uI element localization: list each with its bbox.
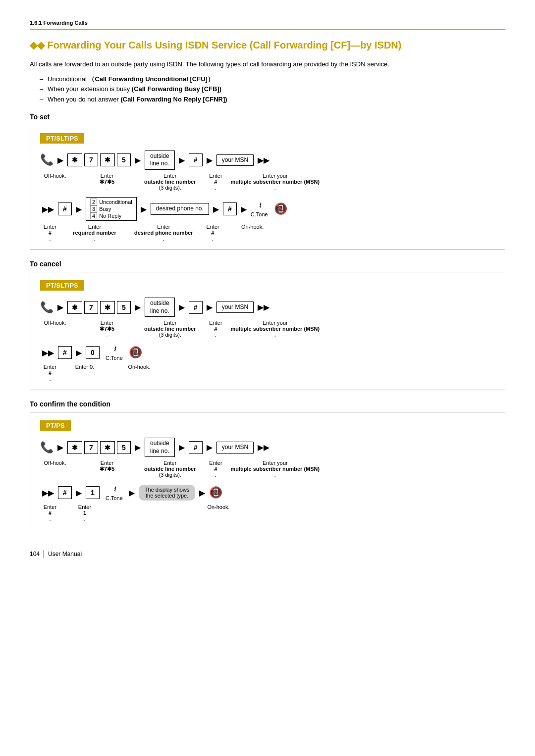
cf-your-msn: your MSN	[216, 442, 254, 454]
c-arrow3: ▶	[179, 302, 185, 312]
confirm-flow-row1: 📞 ▶ ✱ 7 ✱ 5 ▶ outsideline no. ▶ # ▶ your…	[40, 438, 495, 457]
seven-key-1: 7	[84, 153, 98, 166]
c-arrow4: ▶	[207, 302, 213, 312]
diamond-icons: ◆◆	[30, 40, 45, 50]
label-enter-hash3: Enter #.	[198, 224, 228, 242]
offhook-icon: 📞	[40, 153, 54, 166]
cf-label-hash2: Enter #.	[40, 504, 60, 522]
bullet-3: When you do not answer (Call Forwarding …	[40, 95, 505, 105]
c-label-hash: Enter #.	[201, 320, 231, 338]
cf-label-enter1: Enter 1.	[65, 504, 105, 522]
onhook-icon-1: 📵	[274, 202, 287, 215]
to-confirm-label: To confirm the condition	[30, 400, 505, 408]
footer-divider	[44, 550, 44, 558]
label-enter-hash1: Enter #.	[201, 173, 231, 191]
cf-arrow4: ▶	[207, 443, 213, 452]
main-title: ◆◆ Forwarding Your Calls Using ISDN Serv…	[30, 39, 505, 51]
c-hash-1: #	[189, 301, 203, 314]
label-enter-msn: Enter your multiple subscriber number (M…	[231, 173, 320, 191]
c-label-offhook: Off-hook.	[40, 320, 70, 326]
label-enter-star75: Enter ✱7✱5.	[80, 173, 134, 191]
bullet-2: When your extension is busy (Call Forwar…	[40, 84, 505, 95]
cancel-flow-row2: ▶▶ # ▶ 0 𝄽 C.Tone 📵	[40, 344, 495, 361]
breadcrumb: 1.6.1 Forwarding Calls	[30, 20, 505, 26]
onhook-icon-2: 📵	[129, 346, 142, 359]
label-enter-required: Enter required number.	[65, 224, 124, 242]
cf-outside-line: outsideline no.	[145, 438, 175, 457]
ctone-group-2: 𝄽 C.Tone	[106, 344, 123, 361]
to-cancel-label: To cancel	[30, 260, 505, 268]
to-confirm-section: To confirm the condition PT/PS 📞 ▶ ✱ 7 ✱…	[30, 400, 505, 530]
cf-dbl-arrow1: ▶▶	[258, 443, 269, 452]
arrow1: ▶	[57, 155, 63, 165]
to-cancel-box: PT/SLT/PS 📞 ▶ ✱ 7 ✱ 5 ▶ outsideline no. …	[30, 272, 505, 390]
set-flow-row1: 📞 ▶ ✱ 7 ✱ 5 ▶ outsideline no. ▶ # ▶ your…	[40, 151, 495, 170]
c-arrow5: ▶	[76, 348, 82, 357]
arrow7: ▶	[213, 204, 219, 214]
page-number: 104	[30, 551, 40, 557]
to-set-box: PT/SLT/PS 📞 ▶ ✱ 7 ✱ 5 ▶ outsideline no. …	[30, 125, 505, 250]
c-seven-key: 7	[84, 301, 98, 314]
to-confirm-box: PT/PS 📞 ▶ ✱ 7 ✱ 5 ▶ outsideline no. ▶ # …	[30, 412, 505, 530]
arrow8: ▶	[241, 204, 247, 214]
cf-arrow1: ▶	[57, 443, 63, 452]
label-enter-outside: Enter outside line number (3 digits).	[144, 173, 196, 191]
display-shows-pill: The display showsthe selected type.	[139, 485, 196, 501]
offhook-icon-2: 📞	[40, 301, 54, 314]
c-star-key-1: ✱	[67, 301, 82, 314]
onhook-icon-3: 📵	[209, 486, 222, 499]
cf-label-msn: Enter your multiple subscriber number (M…	[231, 460, 320, 478]
arrow5: ▶	[76, 204, 82, 214]
five-key-1: 5	[117, 153, 131, 166]
outside-line-box: outsideline no.	[145, 151, 175, 170]
cf-five: 5	[117, 441, 131, 454]
cf-arrow7: ▶	[199, 488, 205, 498]
ctone-group-3: 𝄽 C.Tone	[106, 484, 123, 501]
cf-label-onhook: On-hook.	[204, 504, 233, 510]
c-label-onhook: On-hook.	[124, 364, 154, 370]
cancel-flow-row1: 📞 ▶ ✱ 7 ✱ 5 ▶ outsideline no. ▶ # ▶ your…	[40, 298, 495, 317]
bullet-list: Unconditional （Call Forwarding Unconditi…	[40, 74, 505, 105]
cf-seven: 7	[84, 441, 98, 454]
arrow4: ▶	[207, 155, 213, 165]
your-msn-box: your MSN	[216, 154, 254, 166]
c-label-msn: Enter your multiple subscriber number (M…	[231, 320, 320, 338]
c-dbl-arrow2: ▶▶	[42, 348, 54, 357]
c-label-hash2: Enter #.	[40, 364, 60, 382]
cf-label-hash: Enter #.	[201, 460, 231, 478]
c-five-key: 5	[117, 301, 131, 314]
c-zero-key: 0	[86, 346, 100, 359]
dbl-arrow1: ▶▶	[258, 155, 269, 165]
to-cancel-section: To cancel PT/SLT/PS 📞 ▶ ✱ 7 ✱ 5 ▶ outsid…	[30, 260, 505, 390]
hash-key-1: #	[189, 153, 203, 166]
cf-star-2: ✱	[100, 441, 115, 454]
c-arrow2: ▶	[135, 302, 141, 312]
arrow3: ▶	[179, 155, 185, 165]
desired-phone-box: desired phone no.	[151, 203, 209, 215]
hash-key-3: #	[223, 202, 237, 215]
cf-label-offhook: Off-hook.	[40, 460, 70, 466]
to-cancel-header: PT/SLT/PS	[40, 280, 84, 291]
label-offhook: Off-hook.	[40, 173, 70, 179]
intro-line1: All calls are forwarded to an outside pa…	[30, 59, 505, 69]
cf-arrow5: ▶	[76, 488, 82, 498]
cf-arrow3: ▶	[179, 443, 185, 452]
label-enter-desired: Enter desired phone number.	[134, 224, 193, 242]
cf-hash-2: #	[58, 486, 72, 499]
c-label-star75: Enter ✱7✱5.	[80, 320, 134, 338]
hash-key-2: #	[58, 202, 72, 215]
to-confirm-header: PT/PS	[40, 420, 71, 431]
c-dbl-arrow1: ▶▶	[258, 302, 269, 312]
cf-hash-1: #	[189, 441, 203, 454]
c-outside-line: outsideline no.	[145, 298, 175, 317]
star-key-1: ✱	[67, 153, 82, 166]
cf-dbl-arrow2: ▶▶	[42, 488, 54, 498]
cf-label-outside: Enter outside line number (3 digits).	[144, 460, 196, 478]
cf-label-star75: Enter ✱7✱5.	[80, 460, 134, 478]
manual-label: User Manual	[48, 551, 82, 557]
bullet-1: Unconditional （Call Forwarding Unconditi…	[40, 74, 505, 85]
label-enter-hash2: Enter #.	[40, 224, 60, 242]
page-footer: 104 User Manual	[30, 550, 505, 558]
ctone-group-1: 𝄽 C.Tone	[251, 201, 268, 217]
cf-star-1: ✱	[67, 441, 82, 454]
